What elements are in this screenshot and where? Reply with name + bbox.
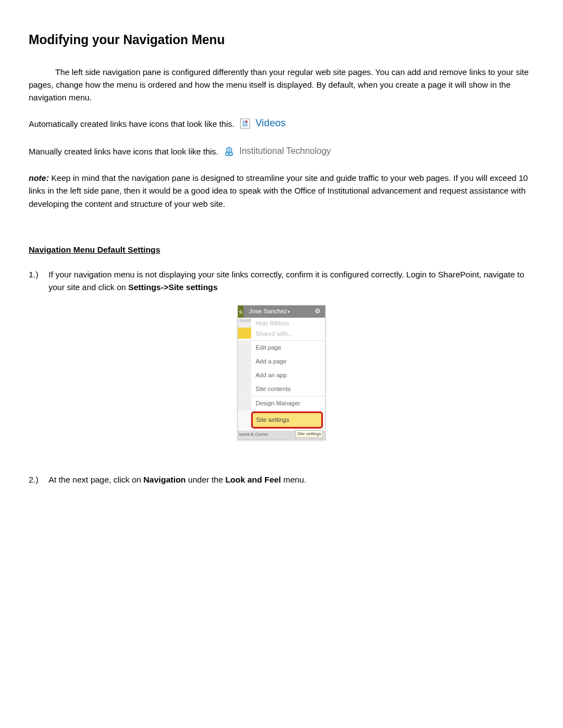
step-2-body: At the next page, click on Navigation un… [49,473,534,486]
screenshot-tooltip: Site settings [295,430,323,438]
screenshot-bottom-text: lumni & Comm [239,431,268,438]
section-heading: Navigation Menu Default Settings [29,243,534,256]
step-1-body: If your navigation menu is not displayin… [49,268,534,294]
screenshot-topbar: s Jose Sanchez▾ ⚙ [238,306,325,318]
screenshot-left-s: s [238,306,243,318]
share-label: SHARE [238,318,251,328]
auto-link-text: Automatically created links have icons t… [29,117,235,130]
menu-site-settings-highlighted[interactable]: Site settings [251,411,323,429]
page-heading: Modifying your Navigation Menu [29,30,534,50]
manual-link-row: Manually created links have icons that l… [29,144,534,158]
auto-link-row: Automatically created links have icons t… [29,116,534,131]
step-1-number: 1.) [29,268,45,294]
menu-hide-ribbon[interactable]: Hide Ribbon [251,318,325,328]
settings-menu-screenshot: s Jose Sanchez▾ ⚙ SHARE Hide Ribbon Shar… [237,305,326,440]
videos-label: Videos [256,116,286,131]
menu-site-contents[interactable]: Site contents [238,382,325,396]
menu-design-manager[interactable]: Design Manager [238,397,325,410]
step-1: 1.) If your navigation menu is not displ… [29,268,534,294]
menu-add-page[interactable]: Add a page [238,355,325,368]
note-paragraph: note: Keep in mind that the navigation p… [29,172,534,210]
menu-shared-with[interactable]: Shared with... [251,328,325,340]
step-2-number: 2.) [29,473,45,486]
institutional-tech-label: Institutional Technology [240,144,331,158]
globe-link-icon [224,147,234,157]
step-2: 2.) At the next page, click on Navigatio… [29,473,534,486]
menu-edit-page[interactable]: Edit page [238,341,325,355]
manual-link-text: Manually created links have icons that l… [29,145,219,158]
yellow-strip [238,328,251,339]
note-label: note: [29,173,49,183]
screenshot-username[interactable]: Jose Sanchez▾ [249,307,290,316]
note-body: Keep in mind that the navigation pane is… [29,173,528,208]
menu-add-app[interactable]: Add an app [238,368,325,382]
page-icon [240,119,250,129]
gear-icon[interactable]: ⚙ [315,306,321,317]
intro-paragraph: The left side navigation pane is configu… [29,66,534,104]
